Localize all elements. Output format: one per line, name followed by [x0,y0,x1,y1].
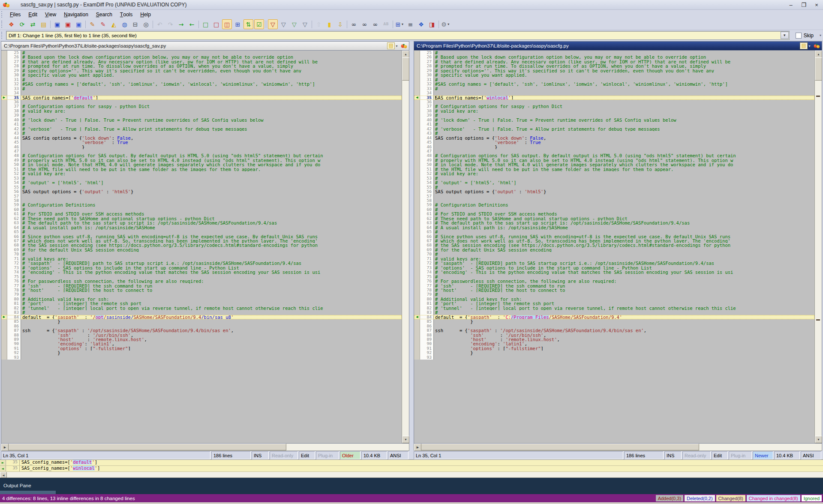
code-line-31[interactable]: 31# [414,78,814,82]
code-line-25[interactable]: 25# [1,51,402,55]
code-line-63[interactable]: 63# The default path to the sas start up… [414,221,814,225]
code-line-61[interactable]: 61# For STDIO and STDIO over SSH access … [414,212,814,216]
scroll-right-icon[interactable]: ▶ [1,444,9,451]
code-line-30[interactable]: 30# specific value you want applied. [414,73,814,77]
code-line-51[interactable]: 51# the HTML file will need to be put in… [414,167,814,171]
code-line-50[interactable]: 50# in local mode. Note that HTML 4.0 wi… [414,162,814,167]
code-line-57[interactable]: 57 [414,194,814,198]
code-line-64[interactable]: 64# A usual install path is: /opt/sasins… [1,225,402,230]
code-line-74[interactable]: 74# 'encoding' - This is the python enco… [1,270,402,274]
code-line-70[interactable]: 70# [414,252,814,256]
code-line-47[interactable]: 47 [414,149,814,153]
swap-files-button[interactable]: ⇄ [28,19,38,29]
code-line-35[interactable]: ►35SAS_config_names=['default'] [1,96,402,100]
code-line-72[interactable]: 72# 'saspath' - [REQUIRED] path to SAS s… [1,261,402,265]
code-line-87[interactable]: 87ssh = {'saspath' : '/opt/sasinside/SAS… [414,328,814,333]
filter-added-button[interactable]: ▽ [279,19,288,29]
code-line-76[interactable]: 76# For passwordless ssh connection, the… [1,279,402,283]
scroll-down-icon[interactable]: ▼ [402,436,409,443]
show-second-only-button[interactable]: □ [211,19,221,29]
code-line-27[interactable]: 27# that are defined already. Any necess… [414,60,814,64]
code-line-39[interactable]: 39# [414,113,814,117]
code-line-32[interactable]: 32#SAS_config_names = ['default', 'ssh',… [414,82,814,86]
previous-difference-button[interactable]: ← [187,19,197,29]
second-vertical-scrollbar[interactable]: ▲ ▼ [814,51,822,443]
synchronize-scrolling-button[interactable]: ⇅ [243,19,253,29]
current-difference-button[interactable]: ▮ [324,19,334,29]
code-line-31[interactable]: 31# [1,78,402,82]
output-pane[interactable]: Output Pane [0,478,823,491]
code-line-48[interactable]: 48# Configuration options for SAS output… [414,153,814,158]
first-file-code[interactable]: 25#26# Based upon the lock_down configur… [1,51,402,443]
save-second-as-button[interactable]: ◍ [120,19,129,29]
code-line-88[interactable]: 88 'ssh' : '/usr/bin/ssh', [1,333,402,337]
code-line-44[interactable]: 44SAS_config_options = {'lock_down': Fal… [414,136,814,140]
view-mode-icon[interactable]: ▤ [387,42,395,49]
second-hscroll-thumb[interactable] [421,444,699,450]
first-vertical-scrollbar[interactable]: ▲ ▼ [402,51,409,443]
edit-second-file-button[interactable]: ✎ [98,19,108,29]
menu-files[interactable]: Files [6,10,24,19]
code-line-82[interactable]: 82# 'tunnel' - [integer] local port to o… [414,306,814,310]
save-all-button[interactable]: ▣ [74,19,84,29]
code-line-54[interactable]: 54# 'output' = ['html5', 'html'] [414,180,814,185]
first-horizontal-scrollbar[interactable]: ◀ ▶ [1,444,409,451]
filter-deleted-button[interactable]: ▽ [289,19,299,29]
first-hscroll-thumb[interactable] [8,444,286,450]
code-line-58[interactable]: 58 [1,198,402,203]
compare-button[interactable]: ❖ [6,19,16,29]
code-line-82[interactable]: 82# 'tunnel' - [integer] local port to o… [1,306,402,310]
toolbar-overflow-icon[interactable]: ▾ [820,33,821,37]
menu-search[interactable]: Search [92,10,116,19]
code-line-80[interactable]: 80# Additional valid keys for ssh: [1,297,402,301]
code-line-29[interactable]: 29# specify options=''. This way it's sp… [414,69,814,73]
code-line-71[interactable]: 71# valid keys are: [414,257,814,261]
code-line-37[interactable]: 37# Configuration options for saspy - py… [1,104,402,108]
code-line-75[interactable]: 75# [1,275,402,279]
menu-navigation[interactable]: Navigation [60,10,92,19]
code-line-38[interactable]: 38# valid key are: [414,109,814,113]
code-line-91[interactable]: 91 'options' : ["-fullstimer"] [414,346,814,351]
code-line-84[interactable]: ►84default = {'saspath' : 'C:/Program Fi… [414,315,814,319]
next-difference-button[interactable]: → [176,19,186,29]
scroll-up-icon[interactable]: ▲ [402,51,409,58]
code-line-46[interactable]: 46 } [414,145,814,149]
find-in-first-button[interactable]: ∞ [360,19,369,29]
code-line-40[interactable]: 40# 'lock_down' - True | False. True = P… [1,118,402,122]
second-file-code[interactable]: 25#26# Based upon the lock_down configur… [414,51,814,443]
scroll-up-icon[interactable]: ▲ [815,51,822,58]
code-line-89[interactable]: 89 'host' : 'remote.linux.host', [1,337,402,342]
code-line-55[interactable]: 55# [1,185,402,189]
code-line-72[interactable]: 72# 'saspath' - [REQUIRED] path to SAS s… [414,261,814,265]
code-line-79[interactable]: 79# [414,292,814,297]
code-line-93[interactable]: 93 [1,355,402,360]
code-line-87[interactable]: 87ssh = {'saspath' : '/opt/sasinside/SAS… [1,328,402,333]
diff-preview-row[interactable]: ►35SAS_config_names=['default'] [0,460,823,466]
save-first-file-button[interactable]: ▣ [52,19,62,29]
code-line-81[interactable]: 81# 'port' - [integer] the remote ssh po… [414,301,814,306]
code-line-69[interactable]: 69# for the default Unix SAS session enc… [414,248,814,252]
code-line-26[interactable]: 26# Based upon the lock_down configurati… [1,55,402,59]
options-button[interactable]: ⚙▼ [441,19,451,29]
code-line-65[interactable]: 65# [1,230,402,234]
code-line-54[interactable]: 54# 'output' = ['html5', 'html'] [1,180,402,185]
code-line-34[interactable]: 34 [1,91,402,95]
code-line-59[interactable]: 59# Configuration Definitions [414,203,814,207]
code-line-45[interactable]: 45 'verbose' : True [1,140,402,144]
first-file-header[interactable]: C:\Program Files\Python\Python37\Lib\sit… [1,41,409,51]
code-line-47[interactable]: 47 [1,149,402,153]
code-line-45[interactable]: 45 'verbose' : True [414,140,814,144]
code-line-67[interactable]: 67# which does not work well as utf-8. S… [414,239,814,243]
view-mode-icon[interactable]: ▤ [800,42,808,49]
code-line-49[interactable]: 49# properly with HTML 5.0 so it can als… [1,158,402,162]
code-line-51[interactable]: 51# the HTML file will need to be put in… [1,167,402,171]
plugin-options-button[interactable]: ◨ [427,19,437,29]
undo-button[interactable]: ↶ [155,19,165,29]
code-line-33[interactable]: 33# [1,87,402,91]
plugins-button[interactable]: ❖ [416,19,426,29]
restore-button[interactable]: ❐ [797,0,810,9]
redo-button[interactable]: ↷ [165,19,175,29]
code-line-44[interactable]: 44SAS_config_options = {'lock_down': Fal… [1,136,402,140]
diffbar-drag-handle[interactable] [1,32,4,39]
first-vscroll-thumb[interactable] [402,57,409,81]
